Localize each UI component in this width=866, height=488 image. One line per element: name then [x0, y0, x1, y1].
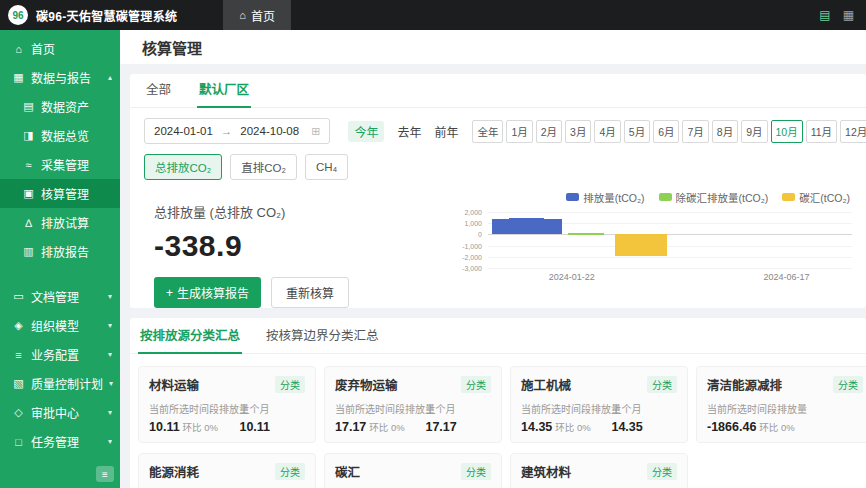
month-button-5[interactable]: 5月 [624, 120, 650, 143]
month-button-1[interactable]: 1月 [506, 120, 532, 143]
gas-tab-2[interactable]: CH₄ [305, 154, 348, 180]
category-badge[interactable]: 分类 [833, 376, 863, 393]
category-badge[interactable]: 分类 [275, 376, 305, 393]
sidebar-item-12[interactable]: ◇审批中心▾ [0, 398, 120, 427]
sidebar-item-11[interactable]: ▧质量控制计划▾ [0, 369, 120, 398]
x-axis-tick: 2024-01-22 [549, 272, 595, 282]
report-icon[interactable]: ▤ [819, 8, 830, 22]
category-badge[interactable]: 分类 [275, 463, 305, 480]
quality-plan-icon: ▧ [12, 377, 25, 390]
month-button-6[interactable]: 6月 [653, 120, 679, 143]
sidebar-item-label: 质量控制计划 [31, 375, 103, 392]
topbar-actions: ▤ ▦ [819, 8, 866, 22]
month-button-4[interactable]: 4月 [594, 120, 620, 143]
sidebar-item-1[interactable]: ▦数据与报告▴ [0, 63, 120, 92]
month-button-8[interactable]: 8月 [712, 120, 738, 143]
sidebar-item-label: 审批中心 [31, 404, 79, 421]
chart-gridline [488, 268, 852, 269]
quick-range-buttons: 今年去年前年 [348, 121, 458, 142]
metric-card-body: 当前所选时间段排放量17.17环比 0%上个月17.17 [335, 401, 491, 434]
org-model-icon: ◈ [12, 319, 25, 332]
metric-card: 材料运输分类当前所选时间段排放量10.11环比 0%上个月10.11 [138, 366, 316, 443]
mom-ratio: 环比 0% [759, 422, 794, 433]
logo-text: 96 [12, 10, 23, 21]
chart-gridline [488, 246, 852, 247]
metric-card-title: 清洁能源减排 [707, 375, 782, 394]
category-badge[interactable]: 分类 [647, 376, 677, 393]
sidebar-item-13[interactable]: □任务管理▾ [0, 427, 120, 456]
recalculate-button[interactable]: 重新核算 [271, 277, 349, 308]
sidebar: ⌂首页▦数据与报告▴▤数据资产◨数据总览≈采集管理▣核算管理∆排放试算▥排放报告… [0, 30, 120, 488]
month-button-11[interactable]: 11月 [806, 120, 837, 143]
category-badge[interactable]: 分类 [647, 463, 677, 480]
current-period-label: 当前所选时间段排放量 [707, 401, 797, 416]
category-badge[interactable]: 分类 [461, 463, 491, 480]
chart-bar [527, 218, 545, 234]
sidebar-item-label: 文档管理 [31, 288, 79, 305]
topbar: 96 碳96-天佑智慧碳管理系统 ⌂ 首页 ▤ ▦ [0, 0, 866, 30]
sidebar-item-10[interactable]: ≡业务配置▾ [0, 340, 120, 369]
app-title: 碳96-天佑智慧碳管理系统 [36, 7, 177, 24]
metric-card-title: 废弃物运输 [335, 375, 398, 394]
month-button-10[interactable]: 10月 [771, 120, 803, 143]
legend-swatch [659, 193, 672, 201]
current-period-block: 当前所选时间段排放量14.35环比 0% [521, 401, 611, 434]
legend-label: 排放量(tCO₂) [583, 190, 644, 205]
breakdown-tab-0[interactable]: 按排放源分类汇总 [138, 325, 242, 353]
tab-home[interactable]: ⌂ 首页 [223, 0, 291, 30]
gas-tab-0[interactable]: 总排放CO₂ [144, 154, 222, 180]
date-range-input[interactable]: 2024-01-01 → 2024-10-08 ⊞ [144, 118, 330, 144]
chart-legend: 排放量(tCO₂)除碳汇排放量(tCO₂)碳汇(tCO₂) [454, 188, 856, 206]
category-badge[interactable]: 分类 [461, 376, 491, 393]
sidebar-item-4[interactable]: ≈采集管理 [0, 150, 120, 179]
gas-tab-1[interactable]: 直排CO₂ [230, 154, 297, 180]
current-period-label: 当前所选时间段排放量 [521, 401, 611, 416]
legend-item-0: 排放量(tCO₂) [566, 190, 644, 205]
month-button-9[interactable]: 9月 [741, 120, 767, 143]
quick-range-button-1[interactable]: 去年 [397, 123, 421, 140]
collapse-sidebar-icon[interactable]: ≡ [96, 466, 114, 482]
trial-calc-icon: ∆ [22, 217, 35, 229]
legend-label: 碳汇(tCO₂) [799, 190, 850, 205]
sidebar-item-6[interactable]: ∆排放试算 [0, 208, 120, 237]
sidebar-item-7[interactable]: ▥排放报告 [0, 237, 120, 266]
chart-bar [544, 219, 562, 235]
metric-card-title: 施工机械 [521, 375, 571, 394]
prev-month-label: 上个月 [611, 401, 677, 416]
chart-plot [488, 212, 852, 268]
month-button-12[interactable]: 12月 [840, 120, 866, 143]
metric-card: 清洁能源减排分类当前所选时间段排放量-1866.46环比 0% [696, 366, 866, 443]
sidebar-item-3[interactable]: ◨数据总览 [0, 121, 120, 150]
month-button-2[interactable]: 2月 [536, 120, 562, 143]
sidebar-item-label: 首页 [31, 40, 55, 57]
sidebar-item-9[interactable]: ◈组织模型▾ [0, 311, 120, 340]
metric-card-body: 当前所选时间段排放量14.35环比 0%上个月14.35 [521, 401, 677, 434]
chart-bar [615, 234, 667, 255]
layout-grid-icon[interactable]: ▦ [843, 8, 854, 22]
metric-card: 施工机械分类当前所选时间段排放量14.35环比 0%上个月14.35 [510, 366, 688, 443]
month-button-7[interactable]: 7月 [682, 120, 708, 143]
breakdown-tab-1[interactable]: 按核算边界分类汇总 [264, 325, 381, 353]
sidebar-item-0[interactable]: ⌂首页 [0, 34, 120, 63]
generate-report-button[interactable]: + 生成核算报告 [154, 277, 261, 308]
sidebar-item-label: 排放试算 [41, 214, 89, 231]
metric-card: 废弃物运输分类当前所选时间段排放量17.17环比 0%上个月17.17 [324, 366, 502, 443]
sidebar-item-5[interactable]: ▣核算管理 [0, 179, 120, 208]
app-root: 96 碳96-天佑智慧碳管理系统 ⌂ 首页 ▤ ▦ ⌂首页▦数据与报告▴▤数据资… [0, 0, 866, 488]
month-button-3[interactable]: 3月 [565, 120, 591, 143]
chevron-down-icon: ▾ [109, 379, 113, 388]
quick-range-button-0[interactable]: 今年 [348, 121, 384, 142]
gas-tabs: 总排放CO₂直排CO₂CH₄ [130, 152, 866, 188]
prev-month-block: 上个月10.11 [239, 401, 305, 434]
plant-tab-1[interactable]: 默认厂区 [197, 79, 251, 107]
plant-tab-0[interactable]: 全部 [144, 79, 173, 107]
x-axis: 2024-01-222024-06-17 [488, 272, 852, 286]
month-button-0[interactable]: 全年 [472, 120, 503, 143]
sidebar-item-label: 数据总览 [41, 127, 89, 144]
sidebar-item-8[interactable]: ▭文档管理▾ [0, 282, 120, 311]
page-header: 核算管理 [120, 30, 866, 64]
metric-card-title: 碳汇 [335, 462, 360, 481]
sidebar-item-2[interactable]: ▤数据资产 [0, 92, 120, 121]
quick-range-button-2[interactable]: 前年 [434, 123, 458, 140]
page-title: 核算管理 [142, 37, 202, 58]
